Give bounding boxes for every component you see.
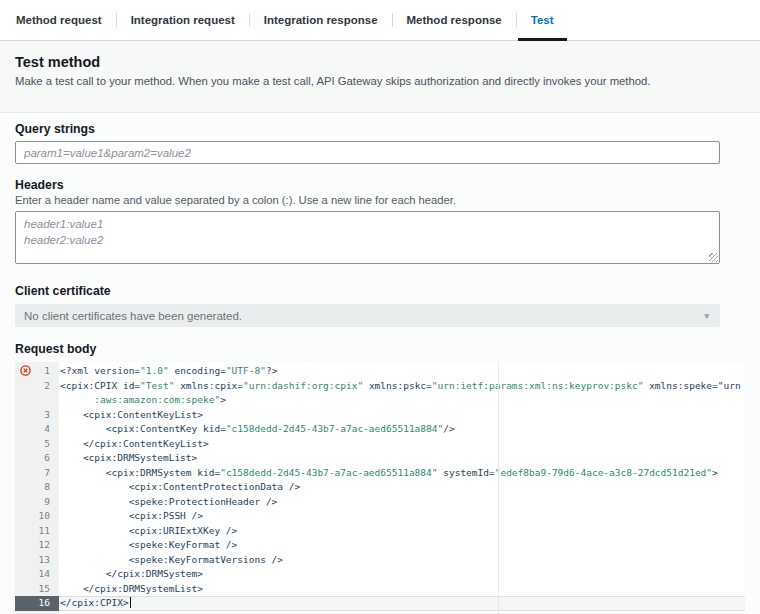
gutter-line-number: 6 (15, 451, 59, 466)
test-tab-content: Test method Make a test call to your met… (0, 41, 760, 614)
gutter-line-number: 2 (15, 379, 59, 394)
code-line[interactable]: <cpix:PSSH /> (59, 509, 745, 524)
editor-code-area[interactable]: <?xml version="1.0" encoding="UTF-8"?><c… (59, 362, 745, 614)
chevron-down-icon: ▼ (703, 311, 711, 321)
tab-method-response[interactable]: Method response (393, 0, 516, 40)
client-certificate-label: Client certificate (15, 284, 745, 298)
headers-textarea[interactable] (15, 211, 720, 264)
gutter-line-number: 3 (15, 408, 59, 423)
code-line[interactable]: </cpix:DRMSystemList> (59, 582, 745, 597)
headers-section: Headers Enter a header name and value se… (15, 178, 745, 264)
client-certificate-value: No client certificates have been generat… (24, 310, 242, 322)
code-line[interactable]: <speke:KeyFormat /> (59, 538, 745, 553)
gutter-line-number: 11 (15, 524, 59, 539)
test-method-intro: Test method Make a test call to your met… (0, 41, 760, 113)
gutter-line-number: 5 (15, 437, 59, 452)
request-body-editor[interactable]: 12345678910111213141516 <?xml version="1… (15, 362, 745, 614)
code-line[interactable]: </cpix:ContentKeyList> (59, 437, 745, 452)
page-title: Test method (15, 54, 745, 70)
code-line[interactable]: </cpix:DRMSystem> (59, 567, 745, 582)
code-line[interactable]: <cpix:ContentKeyList> (59, 408, 745, 423)
tab-method-request[interactable]: Method request (2, 0, 116, 40)
gutter-line-number: 1 (15, 364, 59, 379)
request-body-section: Request body 12345678910111213141516 <?x… (15, 342, 745, 614)
code-line[interactable]: :aws:amazon:com:speke"> (59, 393, 745, 408)
headers-label: Headers (15, 178, 745, 192)
headers-description: Enter a header name and value separated … (15, 194, 745, 206)
gutter-line-number: 15 (15, 582, 59, 597)
code-line[interactable]: <?xml version="1.0" encoding="UTF-8"?> (59, 364, 745, 379)
tab-bar: Method requestIntegration requestIntegra… (0, 0, 760, 41)
gutter-line-number: 7 (15, 466, 59, 481)
query-strings-label: Query strings (15, 122, 745, 136)
code-line[interactable]: </cpix:CPIX> (59, 596, 745, 611)
gutter-line-number: 4 (15, 422, 59, 437)
code-line[interactable]: <cpix:DRMSystem kid="c158dedd-2d45-43b7-… (59, 466, 745, 481)
gutter-line-number: 14 (15, 567, 59, 582)
code-line[interactable]: <cpix:DRMSystemList> (59, 451, 745, 466)
code-line[interactable]: <speke:KeyFormatVersions /> (59, 553, 745, 568)
query-strings-section: Query strings (15, 122, 745, 164)
code-line[interactable]: <cpix:ContentKey kid="c158dedd-2d45-43b7… (59, 422, 745, 437)
tab-test[interactable]: Test (517, 0, 568, 40)
client-certificate-section: Client certificate No client certificate… (15, 284, 745, 327)
query-strings-input[interactable] (15, 141, 720, 164)
gutter-line-number: 8 (15, 480, 59, 495)
code-line[interactable]: <speke:ProtectionHeader /> (59, 495, 745, 510)
error-icon (20, 365, 31, 376)
gutter-line-number: 13 (15, 553, 59, 568)
gutter-line-number: 12 (15, 538, 59, 553)
gutter-line-number: 9 (15, 495, 59, 510)
client-certificate-select[interactable]: No client certificates have been generat… (15, 304, 720, 327)
gutter-line-number (15, 393, 59, 408)
gutter-line-number: 10 (15, 509, 59, 524)
code-line[interactable]: <cpix:URIExtXKey /> (59, 524, 745, 539)
editor-gutter: 12345678910111213141516 (15, 362, 59, 614)
text-cursor (130, 597, 131, 608)
tab-integration-request[interactable]: Integration request (117, 0, 249, 40)
gutter-line-number: 16 (15, 596, 59, 611)
request-body-label: Request body (15, 342, 745, 356)
tab-integration-response[interactable]: Integration response (250, 0, 392, 40)
page-description: Make a test call to your method. When yo… (15, 75, 745, 87)
print-margin-ruler (498, 362, 499, 614)
code-line[interactable]: <cpix:ContentProtectionData /> (59, 480, 745, 495)
code-line[interactable]: <cpix:CPIX id="Test" xmlns:cpix="urn:das… (59, 379, 745, 394)
